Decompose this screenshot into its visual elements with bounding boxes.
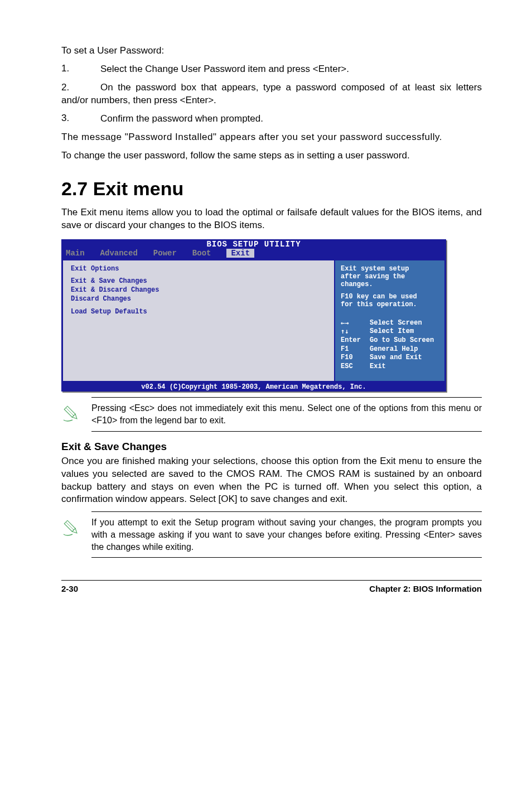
bios-titlebar: BIOS SETUP UTILITY xyxy=(61,239,446,249)
bios-footer: v02.54 (C)Copyright 1985-2003, American … xyxy=(61,383,446,392)
bios-help-line: Exit system setup xyxy=(341,265,439,273)
hint-key-esc: ESC xyxy=(341,363,370,371)
chapter-label: Chapter 2: BIOS Information xyxy=(369,584,482,593)
tab-boot: Boot xyxy=(192,249,211,258)
step-text: Confirm the password when prompted. xyxy=(100,113,482,125)
tab-main: Main xyxy=(66,249,85,258)
step-number: 3. xyxy=(61,113,100,125)
tab-advanced: Advanced xyxy=(100,249,138,258)
bios-option-discard: Discard Changes xyxy=(71,295,326,304)
bios-option-exit-save: Exit & Save Changes xyxy=(71,277,326,286)
subheading-exit-save: Exit & Save Changes xyxy=(61,441,482,453)
bios-key-hints: ←→Select Screen ↑↓Select Item EnterGo to… xyxy=(341,319,439,377)
step-number: 2. xyxy=(61,81,100,94)
note-box: If you attempt to exit the Setup program… xyxy=(61,511,482,558)
bios-tab-row: Main Advanced Power Boot Exit xyxy=(61,249,446,259)
step-row: 3. Confirm the password when prompted. xyxy=(61,113,482,125)
bios-main-area: Exit Options Exit & Save Changes Exit & … xyxy=(61,259,446,383)
bios-option-exit-discard: Exit & Discard Changes xyxy=(71,286,326,295)
paragraph: To change the user password, follow the … xyxy=(61,149,482,162)
bios-help-line: for this operation. xyxy=(341,301,439,308)
page-container: To set a User Password: 1. Select the Ch… xyxy=(0,0,532,616)
step-2-paragraph: 2.On the password box that appears, type… xyxy=(61,81,482,107)
bios-screenshot: BIOS SETUP UTILITY Main Advanced Power B… xyxy=(61,239,446,392)
hint-key-arrows-ud-icon: ↑↓ xyxy=(341,327,370,336)
bios-help-line: after saving the xyxy=(341,273,439,281)
bios-left-heading: Exit Options xyxy=(71,265,326,273)
hint-value: Select Screen xyxy=(370,319,422,328)
tab-power: Power xyxy=(153,249,177,258)
tab-exit: Exit xyxy=(226,249,254,258)
subsection-description: Once you are finished making your select… xyxy=(61,455,482,506)
step-row: 1. Select the Change User Password item … xyxy=(61,63,482,76)
hint-key-f1: F1 xyxy=(341,345,370,354)
bios-help-line: F10 key can be used xyxy=(341,293,439,301)
hint-value: Exit xyxy=(370,363,386,371)
bios-help-text: Exit system setup after saving the chang… xyxy=(341,265,439,308)
hint-key-arrows-lr-icon: ←→ xyxy=(341,319,370,328)
pencil-icon xyxy=(61,402,91,426)
section-description: The Exit menu items allow you to load th… xyxy=(61,206,482,232)
bios-right-pane: Exit system setup after saving the chang… xyxy=(334,259,446,382)
bios-option-load-defaults: Load Setup Defaults xyxy=(71,308,326,317)
page-footer: 2-30 Chapter 2: BIOS Information xyxy=(61,580,482,593)
step-text: On the password box that appears, type a… xyxy=(61,82,482,105)
note-box: Pressing <Esc> does not immediately exit… xyxy=(61,397,482,431)
note-rule-bottom xyxy=(91,557,482,558)
hint-value: Select Item xyxy=(370,327,414,336)
hint-value: Save and Exit xyxy=(370,354,422,363)
intro-heading: To set a User Password: xyxy=(61,45,482,57)
pencil-icon xyxy=(61,516,91,540)
hint-value: General Help xyxy=(370,345,418,354)
hint-value: Go to Sub Screen xyxy=(370,336,434,345)
bios-help-line: changes. xyxy=(341,281,439,288)
note-text: If you attempt to exit the Setup program… xyxy=(91,516,482,553)
hint-key-enter: Enter xyxy=(341,336,370,345)
hint-key-f10: F10 xyxy=(341,354,370,363)
step-text: Select the Change User Password item and… xyxy=(100,63,482,76)
page-number: 2-30 xyxy=(61,584,78,593)
note-rule-bottom xyxy=(91,431,482,432)
step-number: 1. xyxy=(61,63,100,76)
section-title: 2.7 Exit menu xyxy=(61,178,482,200)
paragraph: The message "Password Installed" appears… xyxy=(61,131,482,144)
bios-left-pane: Exit Options Exit & Save Changes Exit & … xyxy=(62,259,334,382)
note-text: Pressing <Esc> does not immediately exit… xyxy=(91,402,482,426)
